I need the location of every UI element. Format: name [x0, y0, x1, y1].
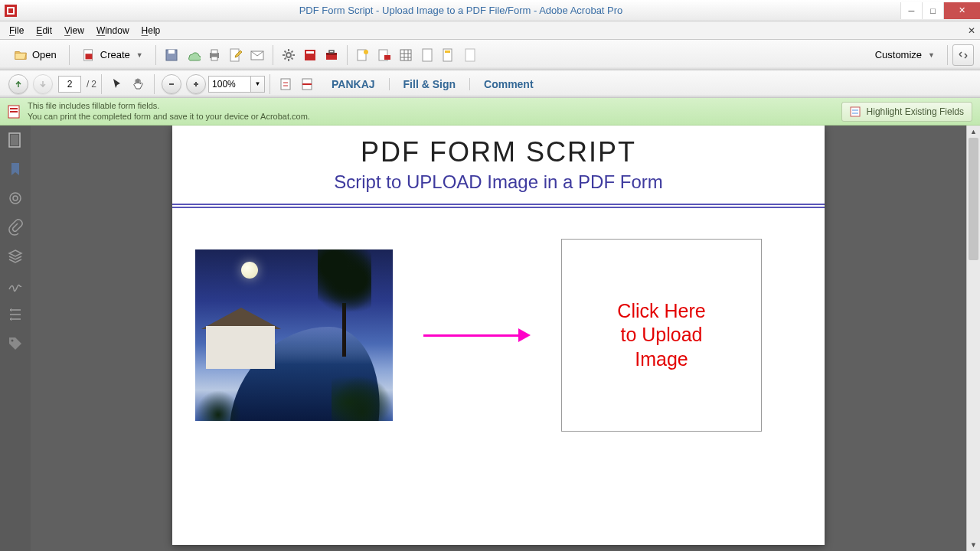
navigation-toolbar: / 2 ▼ PANKAJ Fill & Sign Comment [0, 70, 980, 98]
create-label: Create [100, 49, 130, 60]
upload-image-field[interactable]: Click Here to Upload Image [561, 239, 762, 432]
thumbnails-icon[interactable] [7, 132, 24, 148]
svg-rect-4 [168, 50, 175, 54]
menu-window[interactable]: Window [90, 23, 136, 38]
separator [154, 74, 155, 94]
customize-label: Customize [875, 49, 922, 60]
svg-rect-12 [306, 51, 314, 54]
svg-rect-28 [10, 108, 18, 109]
menu-bar: File Edit View Window Help ✕ [0, 21, 980, 40]
target-icon[interactable] [7, 190, 24, 207]
close-button[interactable]: ✕ [943, 2, 980, 19]
scroll-thumb[interactable] [969, 138, 978, 260]
doc-subtitle: Script to UPLOAD Image in a PDF Form [172, 171, 825, 193]
zoom-dropdown[interactable]: ▼ [251, 76, 265, 93]
toolbox-icon[interactable] [321, 44, 342, 66]
svg-rect-25 [281, 79, 290, 90]
select-tool-icon[interactable] [106, 73, 128, 95]
folder-open-icon [14, 48, 28, 62]
zoom-in-button[interactable] [186, 74, 206, 94]
email-icon[interactable] [247, 44, 268, 66]
order-icon[interactable] [7, 306, 24, 323]
svg-rect-6 [211, 50, 217, 54]
fill-sign-button[interactable]: Fill & Sign [389, 78, 469, 90]
doc-title: PDF FORM SCRIPT [172, 136, 825, 168]
form-notification-bar: This file includes fillable form fields.… [0, 98, 980, 126]
svg-rect-2 [85, 54, 92, 59]
svg-rect-31 [852, 109, 858, 111]
page-separator: / [87, 79, 89, 90]
maximize-button[interactable]: □ [922, 2, 943, 19]
menubar-close-icon[interactable]: ✕ [968, 25, 975, 36]
signatures-icon[interactable] [7, 277, 24, 294]
form-edit-icon[interactable] [374, 44, 395, 66]
svg-point-35 [10, 193, 21, 204]
blank-page-icon[interactable] [459, 44, 481, 66]
customize-button[interactable]: Customize ▼ [867, 44, 942, 65]
user-name[interactable]: PANKAJ [318, 78, 389, 90]
bookmarks-icon[interactable] [7, 161, 24, 178]
comment-button[interactable]: Comment [469, 78, 547, 90]
upload-label-1: Click Here [617, 299, 705, 323]
open-button[interactable]: Open [6, 44, 64, 67]
menu-file[interactable]: File [3, 23, 30, 38]
vertical-scrollbar[interactable]: ▲ ▼ [966, 126, 980, 551]
svg-rect-19 [384, 55, 390, 60]
fit-width-icon[interactable] [296, 73, 318, 95]
document-area: PDF FORM SCRIPT Script to UPLOAD Image i… [0, 126, 980, 551]
svg-rect-23 [445, 51, 450, 53]
separator [947, 45, 948, 65]
next-page-button[interactable] [33, 74, 53, 94]
tags-icon[interactable] [7, 335, 24, 352]
fit-page-icon[interactable] [275, 73, 296, 95]
expand-tools-button[interactable] [952, 44, 974, 66]
save-icon[interactable] [161, 44, 182, 66]
spreadsheet-icon[interactable] [395, 44, 416, 66]
svg-point-17 [364, 50, 368, 54]
cloud-icon[interactable] [182, 44, 204, 66]
form-wizard-icon[interactable] [352, 44, 374, 66]
page-icon[interactable] [416, 44, 438, 66]
zoom-out-button[interactable] [162, 74, 181, 94]
title-bar: PDF Form Script - Upload Image to a PDF … [0, 0, 980, 21]
divider-rule [172, 204, 825, 208]
create-button[interactable]: Create ▼ [74, 44, 151, 67]
svg-rect-21 [423, 49, 432, 61]
notif-line2: You can print the completed form and sav… [28, 112, 841, 122]
page-number-input[interactable] [58, 76, 81, 93]
right-panel-links: PANKAJ Fill & Sign Comment [318, 78, 547, 90]
create-pdf-icon [82, 48, 96, 62]
red-tool-icon[interactable] [299, 44, 321, 66]
highlight-fields-button[interactable]: Highlight Existing Fields [841, 102, 972, 122]
highlight-label: Highlight Existing Fields [867, 106, 964, 117]
zoom-input[interactable] [208, 76, 251, 93]
separator [270, 74, 270, 94]
menu-edit[interactable]: Edit [30, 23, 58, 38]
gear-icon[interactable] [278, 44, 299, 66]
layers-icon[interactable] [7, 248, 24, 265]
scroll-up-icon[interactable]: ▲ [967, 126, 980, 138]
total-pages: 2 [91, 79, 96, 90]
upload-label-3: Image [617, 347, 705, 371]
navigation-panel [0, 126, 31, 551]
svg-rect-34 [11, 135, 18, 145]
svg-rect-32 [852, 112, 858, 114]
edit-doc-icon[interactable] [225, 44, 247, 66]
scroll-down-icon[interactable]: ▼ [967, 539, 980, 551]
form-alert-icon [8, 105, 21, 119]
app-icon [5, 5, 17, 17]
hand-tool-icon[interactable] [128, 73, 149, 95]
window-title: PDF Form Script - Upload Image to a PDF … [21, 5, 900, 16]
ruler-icon[interactable] [438, 44, 459, 66]
minimize-button[interactable]: ─ [900, 2, 922, 19]
separator [101, 74, 102, 94]
arrow-icon [423, 331, 531, 339]
menu-help[interactable]: Help [136, 23, 167, 38]
print-icon[interactable] [204, 44, 225, 66]
menu-view[interactable]: View [58, 23, 90, 38]
pdf-page: PDF FORM SCRIPT Script to UPLOAD Image i… [172, 126, 825, 545]
page-viewport[interactable]: PDF FORM SCRIPT Script to UPLOAD Image i… [31, 126, 966, 551]
prev-page-button[interactable] [8, 74, 28, 94]
sample-image [195, 249, 393, 421]
attachments-icon[interactable] [7, 219, 24, 236]
